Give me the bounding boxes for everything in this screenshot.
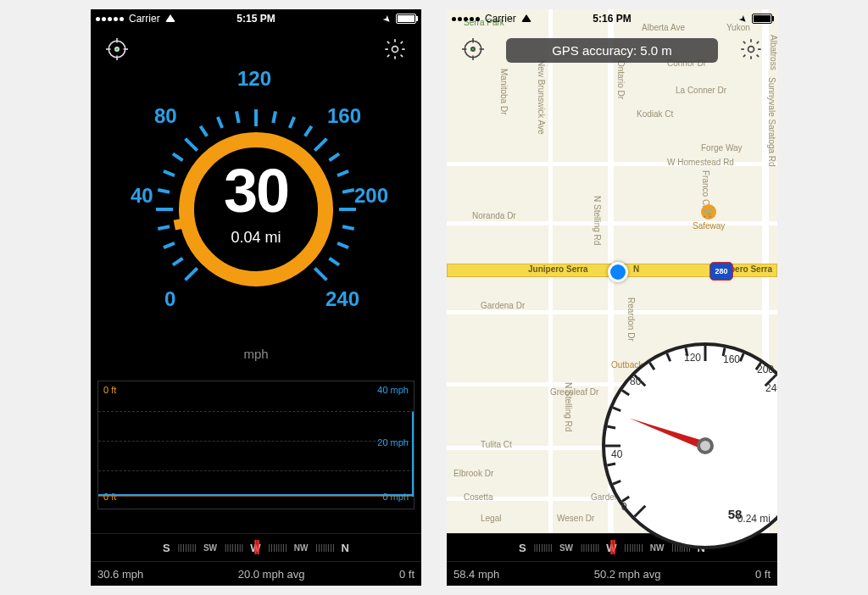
lbl-stelling2: N Stelling Rd [564, 382, 573, 431]
unit-label: mph [243, 347, 268, 361]
poi-safeway: Safeway [693, 221, 725, 231]
footer-stats: 58.4 mph 50.2 mph avg 0 ft [447, 562, 777, 586]
lbl-franco: Franco Ct [701, 170, 710, 208]
mg-0: 0 [621, 501, 627, 513]
footer-avgspeed[interactable]: 50.2 mph avg [594, 568, 661, 581]
compass-nw: NW [294, 543, 309, 553]
svg-line-45 [607, 464, 615, 465]
compass-heading-marker-icon: || [253, 537, 259, 555]
chart-speed-mid: 20 mph [377, 437, 409, 448]
settings-button[interactable] [381, 35, 409, 64]
compass-n: N [342, 542, 349, 554]
chart-speed-top: 40 mph [377, 385, 409, 395]
compass-strip[interactable]: S | | | | | | | | SW | | | | | | | | W |… [91, 533, 421, 562]
lbl-junipero: Junipero Serra [528, 264, 588, 274]
footer-maxspeed[interactable]: 30.6 mph [97, 568, 143, 581]
lbl-stelling: N Stelling Rd [593, 196, 602, 245]
footer-maxspeed[interactable]: 58.4 mph [453, 568, 499, 581]
mg-80: 80 [630, 375, 641, 387]
lbl-reardon: Reardon Dr [626, 298, 636, 342]
speed-elevation-chart[interactable]: 0 ft 40 mph 20 mph 0 ft 0 mph [97, 381, 415, 509]
phone-map: Serra Park Alberta Ave Yukon Albatross M… [447, 9, 777, 586]
lbl-homestead: W Homestead Rd [667, 158, 734, 167]
mini-distance-value: 0.24 mi [737, 513, 771, 525]
clock: 5:15 PM [91, 13, 421, 25]
svg-point-35 [471, 47, 475, 51]
battery-icon [396, 14, 416, 24]
recenter-button[interactable] [459, 35, 487, 64]
interstate-shield-icon: 280 [709, 262, 733, 281]
chart-speed-bot: 0 mph [382, 492, 409, 502]
compass-sw: SW [559, 543, 573, 553]
footer-elev[interactable]: 0 ft [755, 568, 771, 581]
compass-s: S [519, 542, 526, 554]
footer-stats: 30.6 mph 20.0 mph avg 0 ft [91, 562, 421, 586]
status-bar: Carrier 5:16 PM ➤ [447, 9, 777, 28]
speed-value: 30 [224, 156, 288, 225]
chart-elev-bot: 0 ft [103, 492, 116, 502]
lbl-direction: N [633, 264, 639, 274]
poi-safeway-icon[interactable]: 🛒 [701, 204, 716, 220]
gps-accuracy-banner: GPS accuracy: 5.0 m [506, 38, 718, 63]
lbl-wesen: Wesen Dr [557, 514, 594, 523]
lbl-greenleaf: Greenleaf Dr [550, 387, 598, 397]
clock: 5:16 PM [447, 13, 777, 25]
mg-120: 120 [684, 352, 701, 364]
lbl-forge: Forge Way [701, 143, 743, 153]
gauge-center: 30 0.04 mi [112, 57, 400, 345]
user-location-dot[interactable] [608, 262, 628, 282]
mg-40: 40 [611, 448, 622, 460]
phone-gauge: Carrier 5:15 PM ➤ [91, 9, 421, 586]
lbl-laconner: La Conner Dr [676, 86, 726, 95]
lbl-gardena: Gardena Dr [481, 301, 525, 310]
mg-160: 160 [723, 353, 740, 365]
lbl-ontario: Ontario Dr [616, 60, 626, 99]
toolbar [91, 35, 421, 64]
settings-button[interactable] [737, 35, 765, 64]
chart-elev-top: 0 ft [103, 385, 116, 395]
lbl-tulita: Tulita Ct [481, 440, 512, 449]
lbl-newbrunswick: New Brunswick Ave [537, 60, 546, 135]
lbl-cosetta: Cosetta [464, 492, 492, 502]
footer-elev[interactable]: 0 ft [399, 568, 415, 581]
recenter-button[interactable] [103, 35, 131, 64]
lbl-elbrook: Elbrook Dr [453, 469, 493, 478]
speedometer: 0 40 80 120 160 200 240 30 0.04 mi mph [91, 57, 421, 361]
compass-sw: SW [203, 543, 217, 553]
svg-line-47 [607, 426, 615, 428]
svg-point-61 [700, 441, 710, 451]
mg-240: 240 [765, 382, 777, 394]
svg-point-1 [115, 47, 119, 51]
mg-200: 200 [757, 364, 774, 375]
footer-avgspeed[interactable]: 20.0 mph avg [238, 568, 305, 581]
lbl-legal: Legal [481, 514, 501, 523]
lbl-kodiak: Kodiak Ct [637, 109, 673, 119]
distance-value: 0.04 mi [231, 229, 281, 247]
status-bar: Carrier 5:15 PM ➤ [91, 9, 421, 28]
lbl-noranda: Noranda Dr [472, 211, 516, 220]
lbl-saratoga: Sunnyvale Saratoga Rd [767, 77, 776, 167]
battery-icon [752, 14, 772, 24]
svg-point-40 [748, 47, 754, 53]
lbl-manitoba: Manitoba Dr [499, 69, 509, 114]
svg-point-6 [392, 47, 398, 53]
compass-s: S [163, 542, 170, 554]
